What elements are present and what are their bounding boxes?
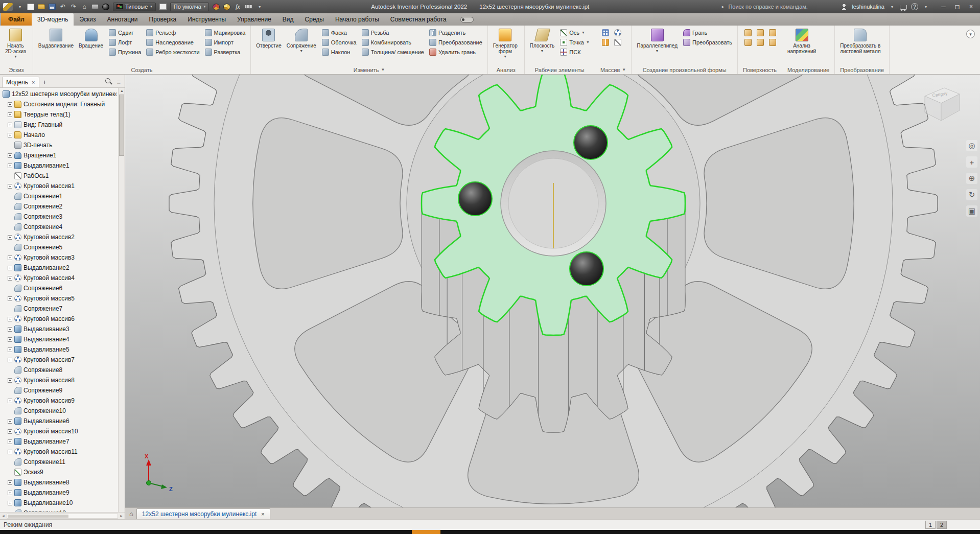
- browser-tree-item[interactable]: Сопряжение9: [2, 385, 116, 396]
- browser-tree-item[interactable]: Сопряжение1: [2, 191, 116, 201]
- ribbon-button[interactable]: Наклон ▼: [320, 47, 359, 57]
- browser-horizontal-scrollbar[interactable]: ◄ ►: [0, 512, 125, 519]
- browser-tree-item[interactable]: Круговой массив11: [2, 447, 116, 457]
- clean-screen-toggle[interactable]: [460, 17, 474, 22]
- browser-tree-item[interactable]: Сопряжение5: [2, 242, 116, 252]
- ribbon-button[interactable]: ▼: [755, 37, 766, 47]
- expand-icon[interactable]: [8, 317, 12, 321]
- ribbon-group-label[interactable]: Создание произвольной формы ▼: [632, 65, 737, 74]
- scrollbar-thumb[interactable]: [8, 515, 68, 518]
- appearance-select[interactable]: По умолча ▾: [170, 3, 209, 11]
- ribbon-button[interactable]: Комбинировать ▼: [360, 37, 426, 47]
- ribbon-button[interactable]: ▼: [767, 37, 778, 47]
- app-menu-chevron-icon[interactable]: ▾: [16, 3, 24, 10]
- scrollbar-thumb[interactable]: [119, 95, 124, 156]
- browser-tree-item[interactable]: Сопряжение4: [2, 222, 116, 232]
- browser-tree-item[interactable]: Сопряжение6: [2, 283, 116, 293]
- browser-tree-item[interactable]: Выдавливание7: [2, 436, 116, 447]
- ribbon-button[interactable]: Вращение ▼: [77, 28, 105, 50]
- ribbon-tab[interactable]: Проверка: [144, 13, 182, 26]
- browser-tree-item[interactable]: Круговой массив2: [2, 232, 116, 242]
- browser-tree-item[interactable]: Сопряжение10: [2, 406, 116, 416]
- browser-tree-item[interactable]: Выдавливание10: [2, 498, 116, 508]
- ribbon-button[interactable]: Преобразовать ▼: [681, 37, 734, 47]
- ribbon-button[interactable]: Лофт ▼: [107, 37, 143, 47]
- browser-add-tab-button[interactable]: +: [43, 78, 47, 86]
- appearance-box-icon[interactable]: [159, 4, 167, 10]
- redo-icon[interactable]: ↷: [70, 3, 77, 10]
- signed-in-user[interactable]: leshinukalina: [852, 4, 884, 10]
- ribbon-tab[interactable]: Инструменты: [182, 13, 231, 26]
- ribbon-button[interactable]: ПСК ▼: [558, 47, 592, 57]
- scroll-right-icon[interactable]: ►: [120, 514, 123, 518]
- ribbon-button[interactable]: Выдавливание ▼: [36, 28, 76, 50]
- browser-tree-item[interactable]: Сопряжение11: [2, 457, 116, 467]
- render-icon[interactable]: [91, 4, 99, 9]
- browser-tree-item[interactable]: Эскиз9: [2, 467, 116, 477]
- ribbon-button[interactable]: Сопряжение ▼: [285, 28, 318, 54]
- undo-icon[interactable]: ↶: [59, 3, 66, 10]
- ribbon-button[interactable]: Фаска ▼: [320, 28, 359, 37]
- browser-tree-item[interactable]: Выдавливание8: [2, 477, 116, 487]
- document-tab[interactable]: 12x52 шестерня мясорубки мулинекс.ipt ×: [136, 508, 270, 519]
- ribbon-group-label[interactable]: Создать ▼: [33, 65, 251, 74]
- ribbon-button[interactable]: ▼: [600, 37, 611, 47]
- ribbon-tab[interactable]: Совместная работа: [385, 13, 452, 26]
- ribbon-button[interactable]: Оболочка ▼: [320, 37, 359, 47]
- viewcube[interactable]: Сверху: [917, 81, 966, 126]
- expand-icon[interactable]: [8, 358, 12, 362]
- browser-tree-item[interactable]: 12x52 шестерня мясорубки мулинекс.ipt: [2, 89, 116, 99]
- open-file-icon[interactable]: [38, 4, 45, 9]
- ribbon-button[interactable]: Параллелепипед ▼: [635, 28, 680, 54]
- ribbon-button[interactable]: Маркировка ▼: [203, 28, 248, 37]
- browser-tree-item[interactable]: Вращение1: [2, 150, 116, 160]
- expand-icon[interactable]: [8, 439, 12, 444]
- return-home-icon[interactable]: ⌂: [81, 3, 88, 10]
- scroll-up-icon[interactable]: ▲: [120, 89, 124, 92]
- ribbon-group-label[interactable]: Изменить ▼: [251, 65, 487, 74]
- ribbon-button[interactable]: Толщина/ смещение ▼: [360, 47, 426, 57]
- qat-customize-chevron-icon[interactable]: ▾: [256, 3, 263, 10]
- browser-tree-item[interactable]: Круговой массив8: [2, 375, 116, 385]
- expand-icon[interactable]: [8, 112, 12, 117]
- ribbon-button[interactable]: Рельеф ▼: [144, 28, 201, 37]
- ribbon-button[interactable]: Точка ▼: [558, 37, 592, 47]
- ribbon-button[interactable]: ▼: [612, 28, 623, 37]
- browser-vertical-scrollbar[interactable]: ▲: [118, 88, 125, 512]
- browser-tree-item[interactable]: 3D-печать: [2, 140, 116, 150]
- expand-icon[interactable]: [8, 153, 12, 158]
- expand-icon[interactable]: [8, 327, 12, 332]
- browser-tree-item[interactable]: Сопряжение7: [2, 304, 116, 314]
- ribbon-button[interactable]: Резьба ▼: [360, 28, 426, 37]
- expand-icon[interactable]: [8, 480, 12, 485]
- browser-tree-item[interactable]: Выдавливание6: [2, 416, 116, 426]
- ribbon-tab[interactable]: Вид: [277, 13, 299, 26]
- browser-tree-item[interactable]: Круговой массив9: [2, 396, 116, 406]
- orbit-tool-icon[interactable]: ↻: [966, 189, 977, 200]
- ribbon-button[interactable]: Удалить грань ▼: [427, 47, 484, 57]
- ribbon-display-options-button[interactable]: ▾: [966, 30, 975, 38]
- viewport-3d[interactable]: Сверху ◎+⊕↻▣ X Z: [125, 75, 980, 507]
- user-menu-chevron-icon[interactable]: ▾: [889, 3, 896, 10]
- gear-model-canvas[interactable]: [125, 75, 980, 507]
- expand-icon[interactable]: [8, 419, 12, 424]
- browser-tree-item[interactable]: Выдавливание3: [2, 324, 116, 334]
- expand-icon[interactable]: [8, 491, 12, 495]
- home-dashboard-icon[interactable]: ⌂: [129, 510, 133, 518]
- ribbon-button[interactable]: ▼: [742, 37, 754, 47]
- ribbon-button[interactable]: ▼: [742, 28, 754, 37]
- zoom-tool-icon[interactable]: ⊕: [966, 173, 977, 184]
- ribbon-button[interactable]: ▼: [767, 28, 778, 37]
- adjust-appearance-icon[interactable]: [213, 4, 220, 10]
- browser-menu-icon[interactable]: ≡: [116, 78, 121, 86]
- ribbon-button[interactable]: ▼: [600, 28, 611, 37]
- ribbon-group-label[interactable]: Массив ▼: [595, 65, 631, 74]
- material-select[interactable]: Типовые ▾: [113, 3, 156, 11]
- help-search-input[interactable]: Поиск по справке и командам.: [728, 4, 836, 10]
- ribbon-tab[interactable]: 3D-модель: [32, 13, 74, 26]
- browser-tree-item[interactable]: Твердые тела(1): [2, 109, 116, 120]
- browser-tree-item[interactable]: Сопряжение3: [2, 212, 116, 222]
- browser-tree-item[interactable]: Состояния модели: Главный: [2, 99, 116, 109]
- ribbon-group-label[interactable]: Анализ ▼: [488, 65, 524, 74]
- expand-icon[interactable]: [8, 450, 12, 454]
